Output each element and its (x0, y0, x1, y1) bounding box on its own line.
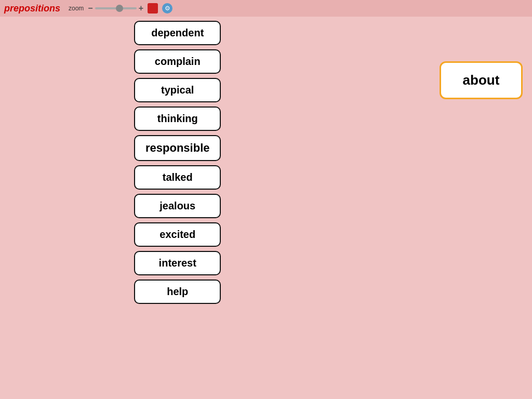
zoom-minus[interactable]: − (88, 4, 92, 13)
word-card-dependent[interactable]: dependent (134, 21, 221, 45)
target-label: about (463, 72, 500, 88)
gear-icon: ⚙ (165, 5, 170, 12)
word-card-interest[interactable]: interest (134, 251, 221, 275)
target-card[interactable]: about (440, 61, 523, 99)
word-card-help[interactable]: help (134, 280, 221, 304)
zoom-plus[interactable]: + (139, 4, 143, 13)
word-card-thinking[interactable]: thinking (134, 107, 221, 131)
word-card-excited[interactable]: excited (134, 222, 221, 247)
stop-button[interactable] (148, 3, 158, 14)
words-column: dependentcomplaintypicalthinkingresponsi… (134, 16, 221, 304)
zoom-slider-track[interactable] (95, 7, 137, 9)
word-card-jealous[interactable]: jealous (134, 194, 221, 218)
settings-button[interactable]: ⚙ (162, 3, 172, 14)
word-card-complain[interactable]: complain (134, 49, 221, 74)
word-card-responsible[interactable]: responsible (134, 135, 221, 161)
title-bar: prepositions zoom − + ⚙ (0, 0, 532, 17)
zoom-control: − + (88, 4, 143, 13)
zoom-slider-thumb[interactable] (116, 5, 123, 12)
zoom-label: zoom (69, 5, 84, 12)
word-card-talked[interactable]: talked (134, 165, 221, 190)
word-card-typical[interactable]: typical (134, 78, 221, 102)
app-title: prepositions (4, 3, 60, 14)
